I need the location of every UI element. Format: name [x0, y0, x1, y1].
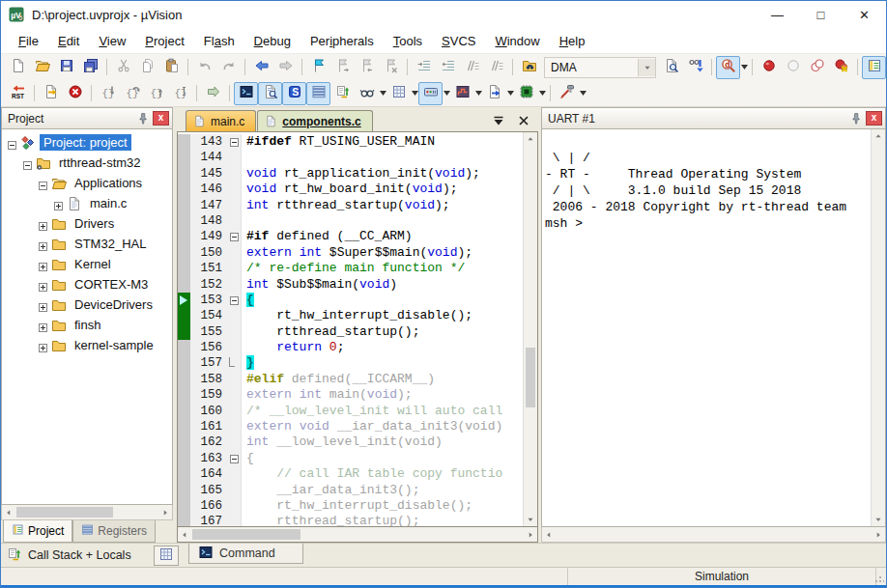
tree-item-applications[interactable]: Applications	[2, 173, 172, 193]
expander-plus-icon[interactable]	[39, 260, 47, 268]
scroll-down-icon[interactable]	[524, 513, 537, 526]
run-button[interactable]	[201, 82, 225, 105]
resize-grip[interactable]	[874, 574, 884, 583]
menu-peripherals[interactable]: Peripherals	[300, 31, 384, 51]
fold-margin[interactable]	[227, 355, 242, 371]
menu-flash[interactable]: Flash	[194, 31, 244, 51]
tree-item-rtthread-stm32[interactable]: rtthread-stm32	[2, 153, 172, 173]
indent-button[interactable]	[412, 56, 436, 79]
tree-item-kernel-sample[interactable]: kernel-sample	[2, 335, 172, 355]
serial-window-dropdown-icon[interactable]	[444, 91, 450, 96]
tree-item-kernel[interactable]: Kernel	[2, 254, 172, 274]
run-to-cursor-button[interactable]: {}	[168, 82, 192, 105]
breakpoint-kill-all-button[interactable]	[829, 56, 853, 79]
expander-plus-icon[interactable]	[39, 219, 47, 228]
command-window-button[interactable]	[234, 82, 258, 105]
project-window-button[interactable]	[862, 56, 886, 79]
breakpoint-toggle-button[interactable]	[757, 56, 781, 79]
tree-item-main-c[interactable]: main.c	[2, 193, 172, 213]
tab-main-c[interactable]: main.c	[186, 110, 256, 131]
expander-plus-icon[interactable]	[54, 199, 63, 208]
code-editor[interactable]: 143#ifdef RT_USING_USER_MAIN144145void r…	[178, 132, 523, 526]
scroll-right-icon[interactable]	[872, 528, 885, 542]
comment-button[interactable]	[460, 56, 484, 79]
watch-window-button[interactable]	[355, 82, 379, 105]
expander-plus-icon[interactable]	[39, 300, 47, 309]
uart-panel-close-icon[interactable]: x	[866, 111, 882, 126]
nav-forward-button[interactable]	[273, 56, 298, 79]
scroll-up-icon[interactable]	[524, 132, 537, 146]
editor-hscrollbar[interactable]	[177, 527, 538, 543]
quick-find-button[interactable]: d	[716, 56, 740, 79]
copy-button[interactable]	[135, 56, 159, 79]
reset-cpu-button[interactable]: RST	[6, 82, 30, 105]
command-tab[interactable]: Command	[188, 544, 303, 564]
project-hscrollbar[interactable]	[1, 505, 173, 520]
scroll-up-icon[interactable]	[872, 129, 885, 143]
expander-plus-icon[interactable]	[39, 341, 47, 350]
memory-window-button[interactable]	[386, 82, 411, 105]
tab-components-c[interactable]: components.c	[257, 110, 372, 131]
serial-window-button[interactable]	[418, 82, 443, 105]
tree-item-stm32-hal[interactable]: STM32_HAL	[2, 234, 172, 254]
find-in-doc-button[interactable]	[659, 56, 683, 79]
memory-window-button[interactable]	[154, 546, 179, 566]
menu-file[interactable]: File	[9, 31, 48, 51]
expander-plus-icon[interactable]	[39, 239, 47, 248]
analysis-window-button[interactable]	[450, 82, 474, 105]
outdent-button[interactable]	[436, 56, 460, 79]
tree-item-project-project[interactable]: Project: project	[2, 132, 172, 153]
tree-item-cortex-m3[interactable]: CORTEX-M3	[2, 274, 172, 294]
menu-help[interactable]: Help	[550, 31, 595, 51]
bookmark-next-button[interactable]	[330, 56, 355, 79]
scroll-right-icon[interactable]	[158, 506, 172, 519]
open-folder-button[interactable]	[30, 56, 54, 79]
minimize-button[interactable]: —	[756, 1, 799, 29]
uart-terminal[interactable]: \ | / - RT - Thread Operating System / |…	[542, 129, 871, 526]
save-all-button[interactable]	[78, 56, 102, 79]
menu-debug[interactable]: Debug	[244, 31, 300, 51]
scrollbar-thumb[interactable]	[16, 507, 113, 518]
registers-window-button[interactable]	[306, 82, 330, 105]
watch-window-dropdown-icon[interactable]	[380, 91, 386, 96]
expander-minus-icon[interactable]	[8, 138, 16, 147]
close-document-icon[interactable]	[516, 113, 531, 132]
scrollbar-thumb[interactable]	[192, 529, 300, 540]
scrollbar-thumb[interactable]	[526, 348, 535, 407]
pin-icon[interactable]	[849, 112, 863, 126]
tree-item-devicedrivers[interactable]: DeviceDrivers	[2, 294, 172, 315]
find-combobox[interactable]: DMA	[544, 57, 656, 78]
memory-window-dropdown-icon[interactable]	[412, 91, 418, 96]
project-panel-close-icon[interactable]: x	[153, 111, 169, 126]
breakpoint-disable-all-button[interactable]	[805, 56, 829, 79]
scroll-left-icon[interactable]	[178, 528, 191, 542]
menu-edit[interactable]: Edit	[48, 31, 89, 51]
paste-button[interactable]	[159, 56, 184, 79]
menu-svcs[interactable]: SVCS	[432, 31, 485, 51]
bookmark-prev-button[interactable]	[355, 56, 379, 79]
trace-window-dropdown-icon[interactable]	[507, 91, 514, 96]
panel-tab-registers[interactable]: Registers	[72, 520, 156, 543]
incremental-find-button[interactable]	[683, 56, 707, 79]
tree-item-finsh[interactable]: finsh	[2, 315, 172, 335]
bookmark-clear-button[interactable]	[379, 56, 403, 79]
editor-vscrollbar[interactable]	[523, 132, 537, 526]
callstack-window-button[interactable]	[330, 82, 355, 105]
redo-button[interactable]	[216, 56, 241, 79]
disassembly-window-button[interactable]	[258, 82, 282, 105]
uart-hscrollbar[interactable]	[541, 527, 886, 543]
debug-toolbox-dropdown-icon[interactable]	[580, 91, 587, 96]
cut-button[interactable]	[111, 56, 135, 79]
breakpoint-disable-button[interactable]	[781, 56, 805, 79]
callstack-locals-button[interactable]: Call Stack + Locals	[1, 544, 183, 567]
system-viewer-dropdown-icon[interactable]	[539, 91, 546, 96]
show-next-statement-button[interactable]	[39, 82, 63, 105]
fold-margin[interactable]	[227, 293, 242, 308]
menu-project[interactable]: Project	[135, 31, 193, 51]
uart-vscrollbar[interactable]	[871, 129, 885, 526]
scroll-right-icon[interactable]	[524, 528, 537, 542]
expander-plus-icon[interactable]	[39, 321, 47, 329]
find-in-files-button[interactable]	[517, 56, 541, 79]
menu-window[interactable]: Window	[485, 31, 549, 51]
scroll-left-icon[interactable]	[2, 506, 15, 519]
